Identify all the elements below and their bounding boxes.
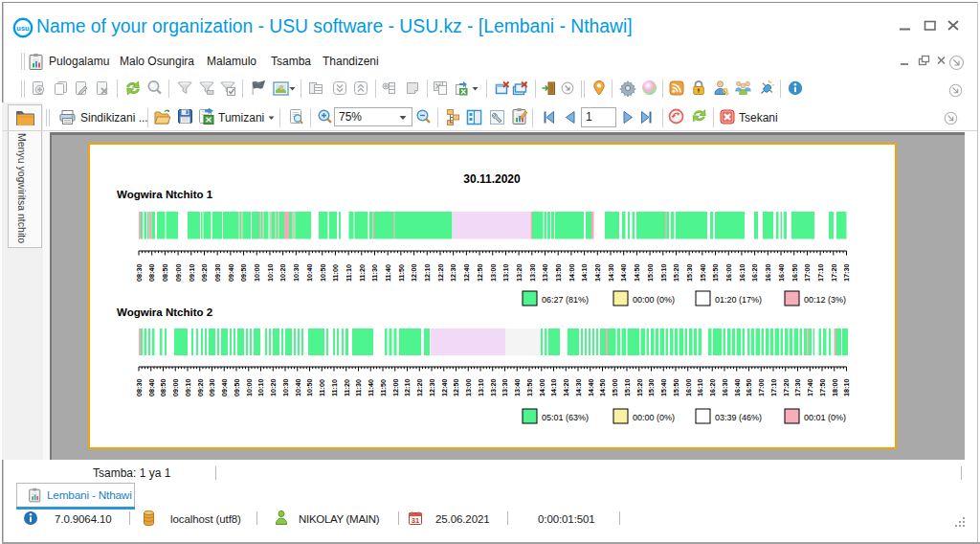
svg-text:10:40: 10:40 xyxy=(305,264,314,282)
svg-text:13:30: 13:30 xyxy=(501,379,509,397)
svg-text:12:00: 12:00 xyxy=(391,379,400,397)
svg-text:09:30: 09:30 xyxy=(208,379,216,397)
svg-text:12:00: 12:00 xyxy=(410,264,418,282)
svg-text:14:00: 14:00 xyxy=(538,379,546,397)
svg-text:09:00: 09:00 xyxy=(171,379,180,397)
svg-text:13:00: 13:00 xyxy=(464,379,473,397)
svg-text:08:40: 08:40 xyxy=(147,264,156,282)
svg-text:15:40: 15:40 xyxy=(659,379,668,397)
svg-text:13:40: 13:40 xyxy=(541,264,549,282)
svg-text:16:50: 16:50 xyxy=(745,379,753,397)
svg-text:17:20: 17:20 xyxy=(830,264,838,282)
svg-text:15:30: 15:30 xyxy=(685,264,694,282)
svg-text:00:00 (0%): 00:00 (0%) xyxy=(633,413,675,422)
svg-text:17:10: 17:10 xyxy=(769,379,778,397)
svg-text:11:20: 11:20 xyxy=(358,264,367,282)
svg-text:15:20: 15:20 xyxy=(635,379,644,397)
svg-text:09:50: 09:50 xyxy=(233,379,241,397)
svg-text:14:40: 14:40 xyxy=(587,379,595,397)
svg-text:05:01 (63%): 05:01 (63%) xyxy=(542,413,589,422)
svg-text:17:40: 17:40 xyxy=(806,379,814,397)
svg-text:13:20: 13:20 xyxy=(515,264,523,282)
svg-text:16:00: 16:00 xyxy=(684,379,693,397)
svg-text:15:00: 15:00 xyxy=(646,264,655,282)
svg-text:13:50: 13:50 xyxy=(554,264,563,282)
svg-text:13:50: 13:50 xyxy=(525,379,534,397)
svg-text:30.11.2020: 30.11.2020 xyxy=(463,172,521,186)
svg-text:18:10: 18:10 xyxy=(842,379,851,397)
svg-text:17:50: 17:50 xyxy=(818,379,827,397)
svg-text:15:00: 15:00 xyxy=(611,379,619,397)
svg-text:00:12 (3%): 00:12 (3%) xyxy=(804,295,846,305)
svg-text:11:00: 11:00 xyxy=(318,379,326,397)
svg-text:12:20: 12:20 xyxy=(436,264,445,282)
svg-text:10:00: 10:00 xyxy=(245,379,254,397)
svg-text:13:30: 13:30 xyxy=(528,264,537,282)
svg-text:00:01 (0%): 00:01 (0%) xyxy=(804,413,846,422)
svg-text:09:10: 09:10 xyxy=(184,379,192,397)
svg-text:10:30: 10:30 xyxy=(292,264,301,282)
svg-text:15:10: 15:10 xyxy=(659,264,668,282)
svg-text:12:40: 12:40 xyxy=(462,264,471,282)
svg-text:15:40: 15:40 xyxy=(699,264,707,282)
svg-text:12:50: 12:50 xyxy=(452,379,460,397)
svg-text:09:40: 09:40 xyxy=(220,379,229,397)
svg-text:11:10: 11:10 xyxy=(345,264,353,282)
svg-text:13:10: 13:10 xyxy=(477,379,485,397)
svg-text:09:40: 09:40 xyxy=(227,264,235,282)
svg-text:15:50: 15:50 xyxy=(672,379,680,397)
svg-text:10:10: 10:10 xyxy=(256,379,265,397)
svg-text:16:20: 16:20 xyxy=(750,264,759,282)
svg-text:14:20: 14:20 xyxy=(593,264,602,282)
svg-text:14:30: 14:30 xyxy=(574,379,583,397)
svg-text:12:10: 12:10 xyxy=(423,264,432,282)
svg-text:15:20: 15:20 xyxy=(672,264,680,282)
svg-text:17:00: 17:00 xyxy=(803,264,812,282)
svg-text:14:40: 14:40 xyxy=(619,264,628,282)
svg-text:16:40: 16:40 xyxy=(777,264,786,282)
svg-text:10:50: 10:50 xyxy=(319,264,327,282)
svg-text:14:10: 14:10 xyxy=(549,379,558,397)
svg-text:09:00: 09:00 xyxy=(174,264,183,282)
svg-text:usu: usu xyxy=(16,24,30,33)
svg-text:31: 31 xyxy=(412,516,419,525)
svg-text:12:30: 12:30 xyxy=(428,379,436,397)
svg-text:09:20: 09:20 xyxy=(196,379,205,397)
svg-text:16:10: 16:10 xyxy=(738,264,746,282)
svg-text:11:20: 11:20 xyxy=(343,379,351,397)
svg-text:13:10: 13:10 xyxy=(501,264,510,282)
svg-text:01:20 (17%): 01:20 (17%) xyxy=(715,295,762,305)
svg-text:13:20: 13:20 xyxy=(489,379,498,397)
svg-text:12:10: 12:10 xyxy=(403,379,412,397)
svg-text:14:10: 14:10 xyxy=(580,264,589,282)
svg-text:10:20: 10:20 xyxy=(269,379,278,397)
svg-text:08:30: 08:30 xyxy=(135,264,144,282)
svg-text:00:00 (0%): 00:00 (0%) xyxy=(633,295,675,305)
svg-text:17:30: 17:30 xyxy=(842,264,851,282)
svg-text:11:10: 11:10 xyxy=(330,379,339,397)
svg-text:11:30: 11:30 xyxy=(354,379,363,397)
svg-text:14:50: 14:50 xyxy=(633,264,641,282)
svg-text:13:40: 13:40 xyxy=(513,379,522,397)
svg-text:11:30: 11:30 xyxy=(370,264,379,282)
svg-text:14:50: 14:50 xyxy=(598,379,607,397)
svg-text:08:50: 08:50 xyxy=(161,264,169,282)
svg-text:16:20: 16:20 xyxy=(708,379,717,397)
svg-text:10:10: 10:10 xyxy=(266,264,275,282)
svg-text:15:10: 15:10 xyxy=(623,379,632,397)
svg-text:12:40: 12:40 xyxy=(440,379,449,397)
svg-text:13:00: 13:00 xyxy=(489,264,498,282)
svg-text:16:10: 16:10 xyxy=(696,379,704,397)
svg-text:11:50: 11:50 xyxy=(379,379,388,397)
svg-text:10:20: 10:20 xyxy=(278,264,287,282)
svg-text:10:50: 10:50 xyxy=(305,379,314,397)
svg-text:16:40: 16:40 xyxy=(733,379,742,397)
svg-text:16:00: 16:00 xyxy=(724,264,733,282)
svg-text:09:50: 09:50 xyxy=(239,264,248,282)
svg-text:17:30: 17:30 xyxy=(793,379,802,397)
svg-text:Wogwira Ntchito 1: Wogwira Ntchito 1 xyxy=(117,189,213,200)
svg-text:14:00: 14:00 xyxy=(568,264,576,282)
svg-text:10:30: 10:30 xyxy=(281,379,290,397)
svg-text:09:10: 09:10 xyxy=(188,264,196,282)
svg-text:18:00: 18:00 xyxy=(831,379,839,397)
